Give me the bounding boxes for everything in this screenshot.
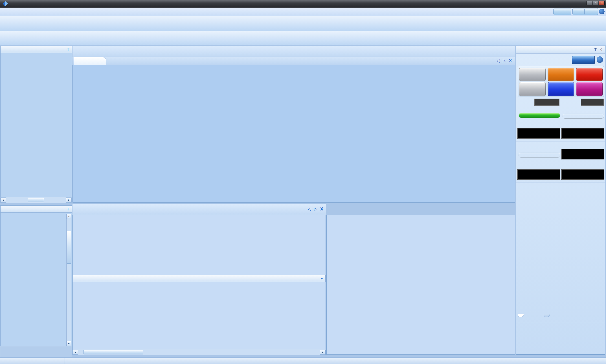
level-value xyxy=(534,99,559,106)
title-bar: ─ □ ✕ xyxy=(0,0,606,8)
channel-status-tabstrip: ◁ ▷ X xyxy=(72,204,326,215)
composite-tab-row: ◁ ▷ X xyxy=(72,57,515,65)
check-only-button[interactable] xyxy=(519,82,546,96)
scroll-right-icon[interactable]: ► xyxy=(66,197,72,203)
run-button[interactable] xyxy=(519,68,546,81)
app-logo-icon xyxy=(2,1,9,7)
maximize-button[interactable]: □ xyxy=(593,1,598,5)
help-icon[interactable] xyxy=(597,56,603,63)
channel-status-pane: » ◄ ► xyxy=(72,215,326,355)
prev-pane-icon[interactable]: ◁ xyxy=(497,58,500,63)
numerical-value-header[interactable]: » xyxy=(73,275,325,282)
close-panel-icon[interactable]: ✕ xyxy=(599,47,602,52)
full-level-elapsed-value xyxy=(517,169,560,180)
live-signals-header: ⊤ xyxy=(0,206,72,213)
run-control-group xyxy=(518,66,604,97)
menu-bar xyxy=(0,8,606,16)
logout-button[interactable] xyxy=(553,8,571,15)
scroll-thumb[interactable] xyxy=(67,231,71,264)
stop-button[interactable] xyxy=(576,68,603,81)
scroll-right-icon[interactable]: ► xyxy=(320,350,325,355)
scroll-up-icon[interactable]: ▲ xyxy=(67,214,71,219)
main-toolbar xyxy=(0,16,606,31)
close-pane-icon[interactable]: X xyxy=(509,58,512,63)
collapse-chevron-icon[interactable]: » xyxy=(321,275,323,282)
tab-parameters[interactable] xyxy=(518,314,524,317)
config-button[interactable] xyxy=(576,82,603,96)
level-progress-bar xyxy=(519,113,560,118)
spider-control-panel: ⊤ ✕ xyxy=(516,46,605,355)
close-button[interactable]: ✕ xyxy=(599,1,605,5)
pane-controls: ◁ ▷ X xyxy=(308,207,323,211)
status-bar xyxy=(0,358,606,364)
style-button[interactable] xyxy=(584,8,598,15)
scroll-left-icon[interactable]: ◄ xyxy=(73,350,78,355)
next-pane-icon[interactable]: ▷ xyxy=(503,58,506,63)
remaining-value xyxy=(561,149,604,159)
tab-cursor[interactable] xyxy=(544,314,550,317)
recent-tests-tree xyxy=(0,53,72,197)
live-tree-vscrollbar[interactable]: ▲ ▼ xyxy=(66,214,71,346)
file-toolbar xyxy=(0,31,606,45)
ctrl-rms-value xyxy=(517,128,560,139)
pin-icon[interactable]: ⊤ xyxy=(67,47,70,52)
scroll-thumb[interactable] xyxy=(27,198,44,202)
aps-chart-pane xyxy=(326,215,515,355)
channel-hscrollbar[interactable]: ◄ ► xyxy=(73,349,325,355)
pause-button[interactable] xyxy=(548,68,574,81)
recent-tests-header: ⊤ xyxy=(0,46,72,53)
next-pane-icon[interactable]: ▷ xyxy=(314,207,317,211)
drive-pk-value xyxy=(581,99,604,106)
help-icon[interactable] xyxy=(599,9,605,14)
scroll-down-icon[interactable]: ▼ xyxy=(67,341,71,346)
pin-icon[interactable]: ⊤ xyxy=(594,47,597,52)
pin-icon[interactable]: ⊤ xyxy=(67,207,70,211)
control-panel-header: ⊤ ✕ xyxy=(516,46,605,53)
scroll-left-icon[interactable]: ◄ xyxy=(0,197,6,203)
disconnect-button[interactable] xyxy=(572,56,595,64)
document-tab-strip xyxy=(72,46,515,57)
target-rms-value xyxy=(561,128,604,139)
save-sigs-button[interactable] xyxy=(548,82,574,96)
scroll-thumb[interactable] xyxy=(83,350,143,354)
live-signals-tree xyxy=(0,213,72,346)
signal-source-tabs xyxy=(0,346,72,357)
prev-pane-icon[interactable]: ◁ xyxy=(308,207,311,211)
composite-chart-pane xyxy=(72,65,515,203)
total-elapsed-value xyxy=(561,169,604,180)
elapsed-progress-bar xyxy=(519,153,560,157)
minimize-button[interactable]: ─ xyxy=(587,1,592,5)
tab-composite[interactable] xyxy=(74,57,106,65)
pane-controls: ◁ ▷ X xyxy=(497,58,512,63)
drive-progress-bar xyxy=(563,114,604,118)
recent-tree-hscrollbar[interactable]: ◄ ► xyxy=(0,197,72,203)
close-pane-icon[interactable]: X xyxy=(320,207,323,211)
